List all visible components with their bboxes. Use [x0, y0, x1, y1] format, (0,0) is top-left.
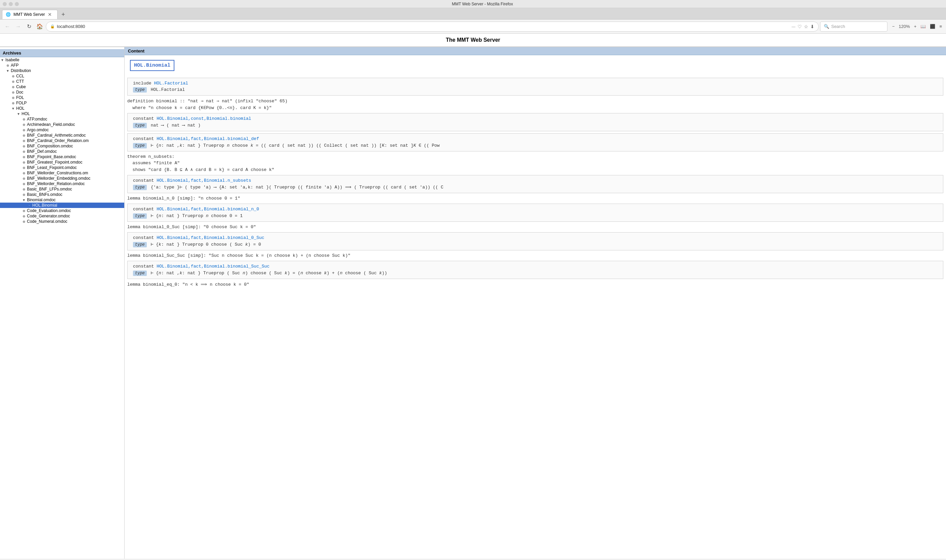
tree-toggle[interactable]: ▼: [22, 198, 26, 202]
tree-item-hol_binomial[interactable]: ·HOL.Binomial: [0, 203, 124, 208]
tree-toggle[interactable]: ▼: [16, 112, 21, 116]
tree-item-fol[interactable]: ⊕FOL: [0, 95, 124, 100]
tree-toggle[interactable]: ⊕: [11, 80, 15, 83]
tree-item-code_gen[interactable]: ⊕Code_Generator.omdoc: [0, 213, 124, 219]
tree-toggle[interactable]: ⊕: [22, 177, 26, 180]
reading-mode-btn[interactable]: 📖: [919, 24, 927, 29]
tree-toggle[interactable]: ⊕: [22, 155, 26, 159]
tree-item-basic_bnfs[interactable]: ⊕Basic_BNFs.omdoc: [0, 192, 124, 197]
tree-item-bnf_card_arith[interactable]: ⊕BNF_Cardinal_Arithmetic.omdoc: [0, 132, 124, 138]
tree-item-argo[interactable]: ⊕Argo.omdoc: [0, 127, 124, 132]
tree-toggle[interactable]: ⊕: [11, 85, 15, 89]
tree-toggle[interactable]: ⊕: [22, 171, 26, 175]
search-bar[interactable]: 🔍 Search: [820, 22, 887, 32]
tree-label: BNF_Wellorder_Constructions.om: [26, 171, 88, 175]
theorem-stmt: theorem n_subsets:: [125, 154, 946, 160]
tree-indent: [11, 214, 16, 218]
type-line-3: type nat ⟶ ( nat ⟶ nat ): [130, 122, 940, 129]
tree-item-bnf_comp[interactable]: ⊕BNF_Composition.omdoc: [0, 143, 124, 149]
win-close-btn[interactable]: [3, 2, 7, 6]
url-bar[interactable]: 🔒 localhost:8080 ··· ♡ ☆ ⬇: [46, 22, 819, 32]
tree-item-basic_bnf_lfps[interactable]: ⊕Basic_BNF_LFPs.omdoc: [0, 186, 124, 192]
constant-keyword-4: constant: [133, 136, 157, 142]
tree-toggle[interactable]: ▼: [5, 69, 10, 73]
menu-btn[interactable]: ≡: [938, 24, 943, 29]
tree-toggle[interactable]: ⊕: [22, 139, 26, 143]
tree-item-bnf_card_order[interactable]: ⊕BNF_Cardinal_Order_Relation.om: [0, 138, 124, 143]
tree-item-atp[interactable]: ⊕ATP.omdoc: [0, 117, 124, 122]
url-bookmark-icon[interactable]: ♡: [798, 24, 802, 29]
tree-toggle[interactable]: ⊕: [11, 91, 15, 94]
hol-factorial-link[interactable]: HOL.Factorial: [154, 81, 188, 86]
reload-button[interactable]: ↻: [24, 22, 34, 31]
forward-button[interactable]: →: [14, 22, 23, 31]
tree-toggle[interactable]: ⊕: [22, 188, 26, 191]
tree-toggle[interactable]: ⊕: [22, 193, 26, 197]
tree-item-archim[interactable]: ⊕Archimedean_Field.omdoc: [0, 122, 124, 127]
constant-link-4[interactable]: HOL.Binomial,fact,Binomial.binomial_def: [157, 136, 259, 142]
tree-toggle[interactable]: ⊕: [22, 182, 26, 186]
tree-indent: [11, 128, 16, 132]
constant-link-8[interactable]: HOL.Binomial,fact,Binomial.binomial_n_0: [157, 207, 259, 212]
constant-link-3[interactable]: HOL.Binomial,const,Binomial.binomial: [157, 116, 251, 121]
tree-indent: [0, 219, 5, 224]
tree-item-code_numeral[interactable]: ⊕Code_Numeral.omdoc: [0, 219, 124, 224]
tree-toggle[interactable]: ▼: [0, 58, 5, 62]
tree-item-ccl[interactable]: ⊕CCL: [0, 73, 124, 79]
active-tab[interactable]: 🌐 MMT Web Server ✕: [2, 10, 58, 19]
tree-toggle[interactable]: ⊕: [22, 220, 26, 223]
tree-item-isabelle[interactable]: ▼Isabelle: [0, 57, 124, 63]
tree-toggle[interactable]: ⊕: [11, 101, 15, 105]
back-button[interactable]: ←: [3, 22, 12, 31]
tree-item-afp[interactable]: ⊕AFP: [0, 63, 124, 68]
tree-toggle[interactable]: ⊕: [22, 123, 26, 126]
content-title[interactable]: HOL.Binomial: [130, 60, 174, 71]
tree-toggle[interactable]: ⊕: [22, 214, 26, 218]
tree-item-hol[interactable]: ▼HOL: [0, 106, 124, 111]
constant-link-10[interactable]: HOL.Binomial,fact,Binomial.binomial_0_Su…: [157, 235, 264, 240]
tree-item-distribution[interactable]: ▼Distribution: [0, 68, 124, 73]
tree-toggle[interactable]: ⊕: [5, 64, 10, 67]
tree-toggle[interactable]: ⊕: [22, 128, 26, 132]
tree-item-bnf_wellorder_e[interactable]: ⊕BNF_Wellorder_Embedding.omdoc: [0, 176, 124, 181]
tree-item-cube[interactable]: ⊕Cube: [0, 84, 124, 89]
tree-item-folp[interactable]: ⊕FOLP: [0, 100, 124, 106]
tree-toggle[interactable]: ⊕: [11, 96, 15, 100]
zoom-out-btn[interactable]: −: [891, 24, 896, 29]
constant-link-12[interactable]: HOL.Binomial,fact,Binomial.binomial_Suc_…: [157, 264, 269, 269]
tree-toggle[interactable]: ⊕: [22, 166, 26, 169]
tree-toggle[interactable]: ⊕: [11, 74, 15, 78]
tree-toggle[interactable]: ⊕: [22, 150, 26, 154]
tree-toggle[interactable]: ⊕: [22, 117, 26, 121]
tree-item-bnf_def[interactable]: ⊕BNF_Def.omdoc: [0, 149, 124, 154]
url-download-icon[interactable]: ⬇: [810, 24, 814, 29]
tree-item-bnf_greatest[interactable]: ⊕BNF_Greatest_Fixpoint.omdoc: [0, 160, 124, 165]
tree-item-code_eval[interactable]: ⊕Code_Evaluation.omdoc: [0, 208, 124, 213]
tree-item-hol-sub[interactable]: ▼HOL: [0, 111, 124, 117]
constant-link-6[interactable]: HOL.Binomial,fact,Binomial.n_subsets: [157, 178, 251, 183]
tree-toggle[interactable]: ▼: [11, 107, 15, 111]
win-min-btn[interactable]: [9, 2, 13, 6]
lemma-text-11: lemma binomial_Suc_Suc [simp]: "Suc n ch…: [127, 253, 350, 258]
window-controls: [3, 2, 19, 6]
tree-toggle[interactable]: ⊕: [22, 145, 26, 148]
tab-close-btn[interactable]: ✕: [48, 12, 52, 17]
home-button[interactable]: 🏠: [35, 22, 45, 31]
tree-item-doc[interactable]: ⊕Doc: [0, 89, 124, 95]
win-max-btn[interactable]: [15, 2, 19, 6]
tree-item-ctt[interactable]: ⊕CTT: [0, 79, 124, 84]
tree-toggle[interactable]: ⊕: [22, 160, 26, 164]
tree-item-bnf_wellorder_r[interactable]: ⊕BNF_Wellorder_Relation.omdoc: [0, 181, 124, 186]
tree-toggle[interactable]: ⊕: [22, 134, 26, 137]
tree-indent: [0, 144, 5, 148]
url-more-icon[interactable]: ···: [792, 24, 795, 29]
tree-item-bnf_wellorder_c[interactable]: ⊕BNF_Wellorder_Constructions.om: [0, 170, 124, 176]
url-star-icon[interactable]: ☆: [804, 24, 808, 29]
tree-toggle[interactable]: ⊕: [22, 209, 26, 213]
sidebar-btn[interactable]: ⬛: [929, 24, 937, 29]
tree-item-bnf_least[interactable]: ⊕BNF_Least_Fixpoint.omdoc: [0, 165, 124, 170]
new-tab-button[interactable]: +: [60, 10, 67, 19]
tree-item-binomial[interactable]: ▼Binomial.omdoc: [0, 197, 124, 203]
zoom-in-btn[interactable]: +: [913, 24, 918, 29]
tree-item-bnf_fixpt_base[interactable]: ⊕BNF_Fixpoint_Base.omdoc: [0, 154, 124, 160]
